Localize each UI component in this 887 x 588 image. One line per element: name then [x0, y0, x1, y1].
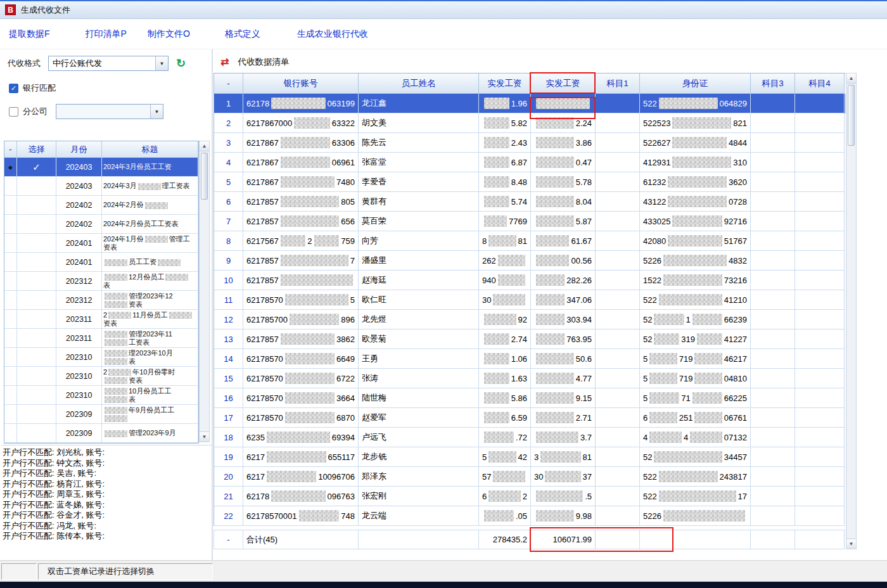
cell-subject1 — [596, 487, 640, 506]
bank-match-checkbox[interactable]: ✓ — [9, 84, 18, 93]
cell-salary-1: 5.82 — [479, 113, 531, 133]
scroll-up-icon[interactable]: ▲ — [846, 74, 856, 84]
col-header-employee-name[interactable]: 员工姓名 — [359, 74, 479, 94]
col-header-marker[interactable]: - — [214, 74, 243, 94]
table-row[interactable]: 2621786700063322胡文美5.822.24522523821 — [214, 113, 845, 133]
payroll-list-item[interactable]: 2024022024年2月份 — [4, 196, 198, 215]
chevron-down-icon[interactable]: ▼ — [155, 56, 168, 70]
payroll-list-item[interactable]: 202311211月份员工资表 — [4, 310, 198, 329]
table-row[interactable]: 14621785706649王勇1.0650.6571946217 — [214, 349, 845, 369]
redacted-text — [285, 392, 335, 404]
scroll-down-icon[interactable]: ▼ — [200, 431, 209, 442]
cell-subject4 — [795, 369, 845, 388]
chevron-down-icon[interactable]: ▼ — [150, 105, 163, 118]
scroll-up-icon[interactable]: ▲ — [200, 141, 209, 151]
col-header-subject3[interactable]: 科目3 — [751, 74, 795, 94]
cell-subject1 — [596, 251, 640, 271]
table-row[interactable]: 562178677480李爱香8.485.78612323620 — [214, 172, 845, 192]
payroll-list-item[interactable]: 2024022024年2月份员工工资表 — [4, 215, 198, 234]
scroll-down-icon[interactable]: ▼ — [846, 539, 856, 549]
menu-item-2[interactable]: 制作文件O — [148, 29, 190, 40]
payroll-list-item[interactable]: 202310理2023年10月表 — [4, 348, 198, 367]
menu-item-3[interactable]: 格式定义 — [225, 29, 260, 40]
scrollbar-thumb[interactable] — [201, 153, 208, 200]
cell-subject4 — [795, 408, 845, 428]
format-combobox[interactable]: 中行公账代发 ▼ — [48, 56, 169, 71]
row-check-icon[interactable] — [17, 272, 56, 291]
col-header-subject1[interactable]: 科目1 — [596, 74, 640, 94]
payroll-list-item[interactable]: 20231010月份员工工表 — [4, 386, 198, 405]
cell-subject3 — [751, 271, 795, 290]
row-marker-icon — [4, 310, 17, 329]
table-row[interactable]: 18623569394卢远飞.723.74407132 — [214, 428, 845, 447]
table-row[interactable]: 196217655117龙步铣5423815234457 — [214, 447, 845, 467]
row-check-icon[interactable] — [17, 291, 56, 310]
payroll-list-item[interactable]: 202309年9月份员工工 — [4, 405, 198, 424]
table-row[interactable]: 66217857805黄群有5.748.04431220728 — [214, 192, 845, 212]
branch-combobox[interactable]: ▼ — [56, 104, 163, 119]
redacted-text — [498, 255, 525, 266]
left-vertical-scrollbar[interactable]: ▲ ▼ — [199, 141, 210, 442]
cell-subject1 — [596, 329, 640, 349]
table-row[interactable]: 106217857赵海廷940282.26152273216 — [214, 271, 845, 290]
payroll-list-item[interactable]: ◆✓2024032024年3月份员工工资 — [4, 158, 198, 177]
row-check-icon[interactable] — [17, 367, 56, 386]
cell-salary-2: 0.47 — [531, 153, 596, 172]
table-row[interactable]: 3621786763306陈先云2.433.865226274844 — [214, 133, 845, 153]
row-check-icon[interactable] — [17, 405, 56, 424]
redacted-text — [484, 373, 509, 384]
col-header-bank-account[interactable]: 银行账号 — [243, 74, 359, 94]
table-row[interactable]: 862175672759向芳88161.674208051767 — [214, 231, 845, 251]
col-header-salary-1[interactable]: 实发工资 — [479, 74, 531, 94]
payroll-list-item[interactable]: 2023102年10月份零时资表 — [4, 367, 198, 386]
payroll-list-item[interactable]: 2024032024年3月理工资表 — [4, 177, 198, 196]
title-cell: 2024年2月份 — [102, 196, 198, 215]
table-row[interactable]: 4621786706961张富堂6.870.47412931310 — [214, 153, 845, 172]
col-header-title[interactable]: 标题 — [102, 141, 198, 158]
table-row[interactable]: 17621785706870赵爱军6.592.71625106761 — [214, 408, 845, 428]
payroll-list-item[interactable]: 202309管理2023年9月 — [4, 424, 198, 443]
table-row[interactable]: 76217857656莫百荣77695.8743302592716 — [214, 212, 845, 231]
col-header-id-card[interactable]: 身份证 — [640, 74, 751, 94]
row-check-icon[interactable] — [17, 234, 56, 253]
row-check-icon[interactable] — [17, 215, 56, 234]
row-check-icon[interactable] — [17, 424, 56, 443]
row-check-icon[interactable] — [17, 196, 56, 215]
scrollbar-thumb[interactable] — [848, 85, 855, 146]
table-row[interactable]: 2262178570001748龙云端.059.985226 — [214, 506, 845, 526]
payroll-list-item[interactable]: 202312管理2023年12资表 — [4, 291, 198, 310]
redacted-text — [484, 353, 509, 364]
branch-checkbox[interactable] — [9, 107, 18, 117]
payroll-list-item[interactable]: 20231212月份员工表 — [4, 272, 198, 291]
menu-item-0[interactable]: 提取数据F — [9, 29, 50, 40]
col-header-marker[interactable]: - — [4, 141, 17, 158]
main-vertical-scrollbar[interactable]: ▲ ▼ — [846, 73, 857, 549]
col-header-select[interactable]: 选择 — [17, 141, 56, 158]
payroll-list-item[interactable]: 202401员工工资 — [4, 253, 198, 272]
row-check-icon[interactable] — [17, 348, 56, 367]
row-check-icon[interactable] — [17, 177, 56, 196]
table-row[interactable]: 2162178096763张宏刚62.552217 — [214, 487, 845, 506]
row-check-icon[interactable] — [17, 386, 56, 405]
col-header-salary-2[interactable]: 实发工资 — [531, 74, 596, 94]
table-row[interactable]: 11621785705欧仁旺30347.0652241210 — [214, 290, 845, 310]
row-check-icon[interactable] — [17, 310, 56, 329]
table-row[interactable]: 162178063199龙江鑫1.96522064829 — [214, 94, 845, 113]
col-header-subject4[interactable]: 科目4 — [795, 74, 845, 94]
table-row[interactable]: 15621785706722张涛1.634.77571904810 — [214, 369, 845, 388]
col-header-month[interactable]: 月份 — [56, 141, 102, 158]
table-row[interactable]: 12621785700896龙先煜92303.9452166239 — [214, 310, 845, 329]
menu-item-1[interactable]: 打印清单P — [86, 29, 127, 40]
row-check-icon[interactable]: ✓ — [17, 158, 56, 177]
payroll-list-item[interactable]: 2024012024年1月份管理工资表 — [4, 234, 198, 253]
table-row[interactable]: 16621785703664陆世梅5.869.1557166225 — [214, 388, 845, 408]
refresh-icon[interactable]: ↻ — [176, 58, 186, 69]
payroll-list-item[interactable]: 202311管理2023年11工资表 — [4, 329, 198, 348]
row-check-icon[interactable] — [17, 253, 56, 272]
row-number: 7 — [214, 212, 243, 231]
table-row[interactable]: 1362178573862欧景菊2.74763.955231941227 — [214, 329, 845, 349]
table-row[interactable]: 20621710096706郑泽东573037522243817 — [214, 467, 845, 487]
menu-item-4[interactable]: 生成农业银行代收 — [297, 29, 368, 40]
table-row[interactable]: 962178577潘盛里26200.5652264832 — [214, 251, 845, 271]
row-check-icon[interactable] — [17, 329, 56, 348]
